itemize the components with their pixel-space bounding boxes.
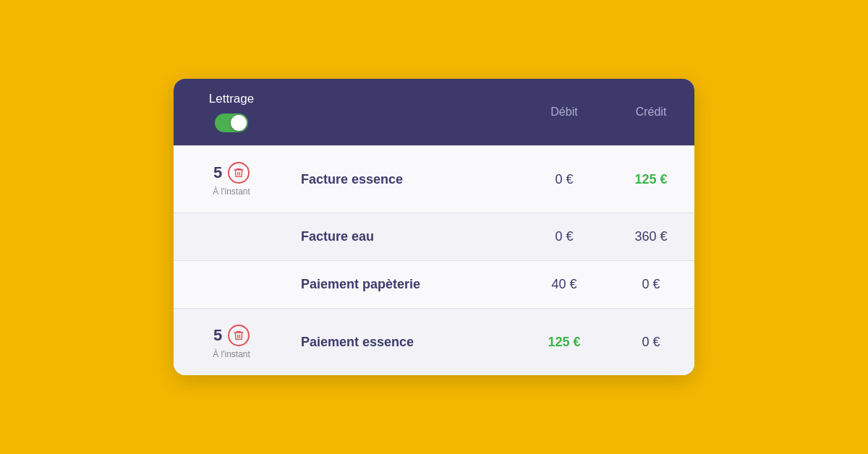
row-timestamp: À l'instant — [213, 349, 250, 359]
row-description: Paiement essence — [289, 319, 521, 366]
table-body: 5 À l'instantFacture essence0 €125 €Fact… — [174, 145, 694, 375]
row-left-cell — [174, 269, 289, 301]
table-row: 5 À l'instantFacture essence0 €125 € — [174, 145, 694, 213]
badge-number: 5 — [213, 326, 222, 345]
table-row: 5 À l'instantPaiement essence125 €0 € — [174, 308, 694, 375]
row-timestamp: À l'instant — [213, 187, 250, 197]
delete-button[interactable] — [228, 325, 250, 346]
description-header — [289, 99, 521, 125]
lettrage-header: Lettrage — [174, 79, 289, 145]
row-debit: 40 € — [521, 261, 608, 308]
accounting-card: Lettrage Débit Crédit 5 À l'instantFactu… — [174, 79, 694, 375]
row-left-cell: 5 À l'instant — [174, 309, 289, 375]
row-left-cell: 5 À l'instant — [174, 146, 289, 213]
badge-number: 5 — [213, 163, 222, 182]
delete-button[interactable] — [228, 162, 250, 184]
row-debit: 0 € — [521, 156, 608, 203]
row-description: Facture essence — [289, 156, 521, 203]
badge-container: 5 — [213, 325, 250, 346]
lettrage-toggle[interactable] — [215, 113, 248, 132]
row-credit: 125 € — [608, 156, 694, 203]
row-debit: 0 € — [521, 213, 608, 260]
row-description: Paiement papèterie — [289, 261, 521, 308]
credit-header: Crédit — [608, 93, 694, 132]
table-row: Paiement papèterie40 €0 € — [174, 260, 694, 308]
row-credit: 0 € — [608, 261, 694, 308]
row-left-cell — [174, 221, 289, 253]
lettrage-label: Lettrage — [209, 92, 254, 106]
row-debit: 125 € — [521, 319, 608, 366]
badge-container: 5 — [213, 162, 250, 184]
row-description: Facture eau — [289, 213, 521, 260]
debit-header: Débit — [521, 93, 608, 132]
table-header: Lettrage Débit Crédit — [174, 79, 694, 145]
row-credit: 360 € — [608, 213, 694, 260]
row-credit: 0 € — [608, 319, 694, 366]
table-row: Facture eau0 €360 € — [174, 213, 694, 260]
